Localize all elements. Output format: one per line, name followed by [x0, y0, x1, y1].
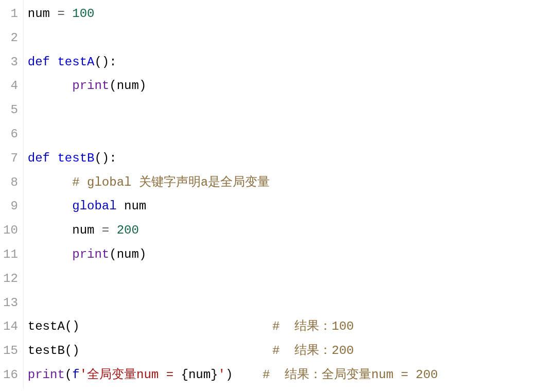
token-def: testA [57, 55, 94, 69]
token-builtin: print [72, 247, 109, 261]
token-num: 100 [72, 7, 94, 21]
line-number: 7 [3, 147, 18, 171]
code-line[interactable]: testA() # 结果：100 [28, 315, 540, 339]
line-number: 14 [3, 315, 18, 339]
code-line[interactable]: num = 100 [28, 2, 540, 26]
code-area[interactable]: num = 100 def testA(): print(num) def te… [24, 0, 540, 389]
token-punct: ( [65, 368, 72, 382]
token-fn: testB [28, 344, 65, 358]
line-number: 4 [3, 74, 18, 98]
code-line[interactable]: print(num) [28, 243, 540, 267]
token-punct: () [65, 344, 80, 358]
token-comment: # 结果：200 [272, 344, 354, 358]
token-text [117, 199, 124, 213]
token-comment: # 结果：100 [272, 319, 354, 333]
token-builtin: print [28, 368, 65, 382]
token-kw: def [28, 55, 50, 69]
token-punct: (): [94, 55, 116, 69]
line-number-gutter: 12345678910111213141516 [0, 0, 24, 389]
token-text [28, 79, 72, 93]
token-kw: def [28, 151, 50, 165]
token-text [50, 55, 57, 69]
line-number: 9 [3, 194, 18, 219]
token-text [80, 319, 272, 333]
token-builtin: print [72, 79, 109, 93]
line-number: 3 [3, 50, 18, 75]
line-number: 5 [3, 98, 18, 122]
token-str: ' [218, 368, 225, 382]
token-punct: ( [109, 247, 116, 261]
token-strpre: f [72, 368, 79, 382]
code-line[interactable] [28, 291, 540, 315]
token-text [109, 223, 116, 237]
code-line[interactable] [28, 98, 540, 122]
token-str: '全局变量num = [80, 368, 181, 382]
line-number: 11 [3, 243, 18, 267]
code-line[interactable]: def testA(): [28, 50, 540, 75]
code-line[interactable]: print(num) [28, 74, 540, 98]
token-name: num [117, 247, 139, 261]
token-punct: ) [225, 368, 233, 382]
line-number: 6 [3, 122, 18, 147]
token-punct: { [181, 368, 188, 382]
token-punct: } [211, 368, 218, 382]
token-text [94, 223, 101, 237]
token-name: num [124, 199, 146, 213]
line-number: 15 [3, 339, 18, 363]
token-op: = [57, 7, 64, 21]
token-num: 200 [117, 223, 139, 237]
line-number: 1 [3, 2, 18, 26]
token-text [50, 151, 57, 165]
token-text [65, 7, 72, 21]
token-text [28, 223, 72, 237]
code-line[interactable]: global num [28, 194, 540, 219]
line-number: 12 [3, 267, 18, 291]
token-comment: # global 关键字声明a是全局变量 [72, 175, 270, 189]
token-op: = [102, 223, 109, 237]
token-fn: testA [28, 319, 65, 333]
token-name: num [72, 223, 94, 237]
code-line[interactable] [28, 122, 540, 147]
token-text [233, 368, 263, 382]
line-number: 8 [3, 171, 18, 195]
code-line[interactable]: print(f'全局变量num = {num}') # 结果：全局变量num =… [28, 363, 540, 387]
code-line[interactable] [28, 26, 540, 50]
token-name: num [117, 79, 139, 93]
line-number: 2 [3, 26, 18, 50]
line-number: 13 [3, 291, 18, 315]
token-punct: (): [94, 151, 116, 165]
code-line[interactable] [28, 267, 540, 291]
token-text [28, 247, 72, 261]
token-punct: ( [109, 79, 116, 93]
token-text [80, 344, 272, 358]
code-line[interactable]: testB() # 结果：200 [28, 339, 540, 363]
line-number: 10 [3, 219, 18, 243]
token-punct: ) [139, 79, 146, 93]
line-number: 16 [3, 363, 18, 387]
token-text [28, 199, 72, 213]
code-line[interactable]: num = 200 [28, 219, 540, 243]
token-kw: global [72, 199, 116, 213]
token-name: num [28, 7, 50, 21]
token-punct: () [65, 319, 80, 333]
token-punct: ) [139, 247, 146, 261]
token-comment: # 结果：全局变量num = 200 [263, 368, 438, 382]
code-line[interactable]: # global 关键字声明a是全局变量 [28, 171, 540, 195]
token-name: num [188, 368, 211, 382]
token-def: testB [57, 151, 94, 165]
token-text [50, 7, 57, 21]
code-line[interactable]: def testB(): [28, 147, 540, 171]
token-text [28, 175, 72, 189]
